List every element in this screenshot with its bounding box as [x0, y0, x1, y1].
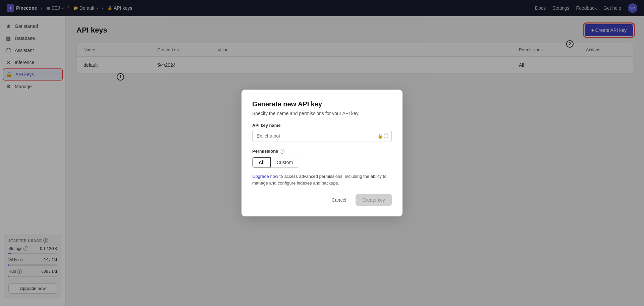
- permissions-tabs: All Custom: [252, 157, 299, 168]
- api-key-name-input[interactable]: [252, 130, 392, 142]
- upgrade-text: Upgrade now to access advanced permissio…: [252, 173, 392, 186]
- lock-icon: 🔒: [377, 133, 383, 139]
- upgrade-now-link[interactable]: Upgrade now: [252, 174, 278, 179]
- cancel-button[interactable]: Cancel: [326, 194, 352, 206]
- api-key-name-input-wrap: 🔒 i: [252, 130, 392, 142]
- create-key-button[interactable]: Create key: [356, 194, 392, 206]
- input-lock-info-icons: 🔒 i: [377, 133, 388, 139]
- permissions-label: Permissions i: [252, 149, 392, 154]
- modal-overlay[interactable]: Generate new API key Specify the name an…: [0, 0, 644, 306]
- perm-tab-custom[interactable]: Custom: [271, 157, 299, 167]
- modal-subtitle: Specify the name and permissions for you…: [252, 111, 392, 116]
- modal-actions: Cancel Create key: [252, 194, 392, 206]
- generate-api-key-modal: Generate new API key Specify the name an…: [241, 90, 402, 216]
- input-info-icon[interactable]: i: [384, 134, 388, 138]
- perm-tab-all[interactable]: All: [253, 157, 271, 167]
- api-key-name-label: API key name: [252, 123, 392, 128]
- permissions-info-icon[interactable]: i: [280, 149, 284, 154]
- modal-title: Generate new API key: [252, 100, 392, 108]
